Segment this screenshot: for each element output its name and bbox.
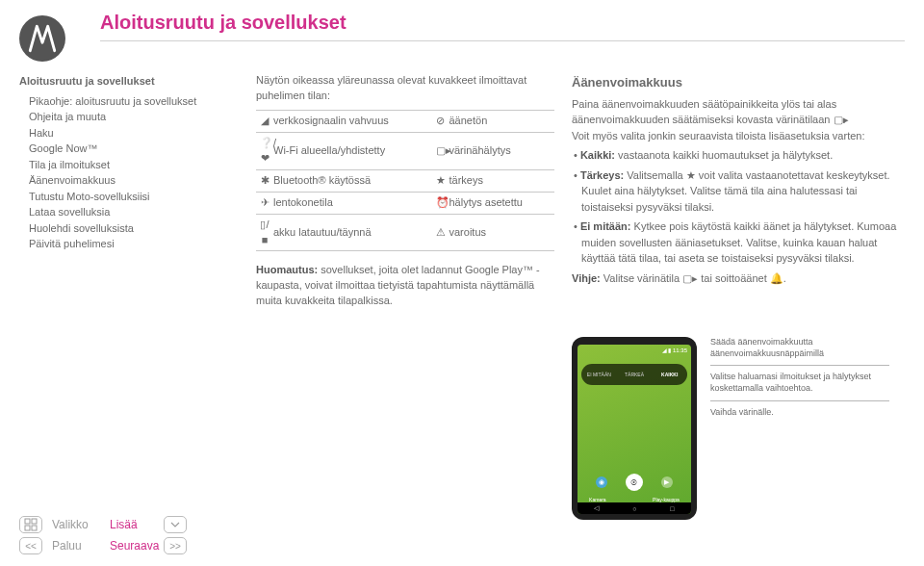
callout-volume: Säädä äänenvoimakkuutta äänenvoimakkuusn… <box>710 337 889 365</box>
sidebar-item[interactable]: Ohjeita ja muuta <box>19 109 243 125</box>
alarm-icon: ⏰ <box>436 195 446 211</box>
cell-label: värinähälytys <box>449 132 555 169</box>
motorola-icon <box>26 22 59 55</box>
warning-icon: ⚠ <box>436 225 446 241</box>
svg-rect-2 <box>25 526 30 530</box>
svg-rect-0 <box>25 519 30 524</box>
column-status-icons: Näytön oikeassa yläreunassa olevat kuvak… <box>256 73 554 309</box>
phone-statusbar: ◢ ▮ 11:35 <box>662 347 687 353</box>
menu-icon-button[interactable] <box>19 516 42 533</box>
mute-icon: ⊘ <box>436 114 446 129</box>
moto-logo <box>19 15 65 62</box>
bullet-all: Kaikki: vastaanota kaikki huomautukset j… <box>572 147 905 164</box>
phone-mockup: ◢ ▮ 11:35 EI MITÄÄN TÄRKEÄ KAIKKI ◉ ⦿ ▶ … <box>572 337 697 520</box>
vibrate-icon: ▢▸ <box>436 143 446 159</box>
vol-mode-all[interactable]: KAIKKI <box>652 372 687 377</box>
sidebar-item[interactable]: Tutustu Moto-sovelluksiisi <box>19 189 243 205</box>
app-drawer-icon[interactable]: ⦿ <box>626 474 643 491</box>
svg-rect-3 <box>32 526 37 530</box>
sidebar-item[interactable]: Äänenvoimakkuus <box>19 172 243 189</box>
cell-label: Bluetooth® käytössä <box>273 169 432 192</box>
nav-more-label[interactable]: Lisää <box>110 518 154 531</box>
volume-mode-bar: EI MITÄÄN TÄRKEÄ KAIKKI <box>581 364 687 385</box>
cell-label: akku latautuu/täynnä <box>273 214 432 251</box>
vol-mode-priority[interactable]: TÄRKEÄ <box>617 372 653 377</box>
play-store-icon[interactable]: ▶ <box>661 476 673 488</box>
vibrate-icon: ▢▸ <box>834 112 843 128</box>
cell-label: äänetön <box>449 110 555 132</box>
sidebar-item[interactable]: Päivitä puhelimesi <box>19 236 243 252</box>
cell-label: Wi-Fi alueella/yhdistetty <box>273 132 432 169</box>
status-icon-table: ◢ verkkosignaalin vahvuus ⊘ äänetön ❔/❤ … <box>256 110 554 252</box>
svg-rect-1 <box>32 519 37 524</box>
wifi-icon: ❔/❤ <box>260 136 270 167</box>
phone-dock: ◉ ⦿ ▶ <box>578 476 691 491</box>
volume-p1: Paina äänenvoimakkuuden säätöpainikkeita… <box>572 96 905 128</box>
phone-callouts: Säädä äänenvoimakkuutta äänenvoimakkuusn… <box>710 337 889 520</box>
next-page-button[interactable]: >> <box>164 537 187 554</box>
cell-label: lentokonetila <box>273 192 432 214</box>
volume-tip: Vihje: Valitse värinätila ▢▸ tai soittoä… <box>572 270 905 287</box>
status-intro: Näytön oikeassa yläreunassa olevat kuvak… <box>256 73 554 104</box>
cell-label: verkkosignaalin vahvuus <box>273 110 432 132</box>
callout-vibrate: Vaihda värinälle. <box>710 400 889 424</box>
callout-notifications: Valitse haluamasi ilmoitukset ja hälytyk… <box>710 365 889 399</box>
sidebar-item[interactable]: Huolehdi sovelluksista <box>19 220 243 237</box>
prev-page-button[interactable]: << <box>19 537 42 554</box>
bluetooth-icon: ✱ <box>260 173 270 189</box>
cell-label: varoitus <box>449 214 555 251</box>
camera-app-icon[interactable]: ◉ <box>596 476 607 488</box>
nav-recent-icon[interactable]: □ <box>670 505 674 512</box>
phone-navbar: ◁ ○ □ <box>578 502 691 514</box>
more-dropdown-button[interactable] <box>164 516 187 533</box>
star-icon: ★ <box>436 173 446 189</box>
sidebar-item[interactable]: Lataa sovelluksia <box>19 204 243 220</box>
bullet-priority: Tärkeys: Valitsemalla ★ voit valita vast… <box>572 167 905 216</box>
sidebar-section-title: Aloitusruutu ja sovellukset <box>19 73 243 90</box>
nav-back-icon[interactable]: ◁ <box>594 504 599 512</box>
bullet-none: Ei mitään: Kytkee pois käytöstä kaikki ä… <box>572 219 905 267</box>
sidebar-item[interactable]: Pikaohje: aloitusruutu ja sovellukset <box>19 93 243 110</box>
page-title: Aloitusruutu ja sovellukset <box>100 12 346 34</box>
title-divider <box>100 40 905 41</box>
volume-heading: Äänenvoimakkuus <box>572 73 905 92</box>
cell-label: hälytys asetettu <box>449 192 555 214</box>
sidebar-item[interactable]: Tila ja ilmoitukset <box>19 157 243 173</box>
vol-mode-none[interactable]: EI MITÄÄN <box>581 372 617 377</box>
nav-back-label[interactable]: Paluu <box>52 539 100 553</box>
status-note: Huomautus: sovellukset, joita olet ladan… <box>256 263 554 309</box>
sidebar-item[interactable]: Haku <box>19 125 243 142</box>
sidebar-item[interactable]: Google Now™ <box>19 141 243 157</box>
phone-illustration-area: ◢ ▮ 11:35 EI MITÄÄN TÄRKEÄ KAIKKI ◉ ⦿ ▶ … <box>572 337 889 520</box>
battery-icon: ▯/■ <box>260 218 270 248</box>
nav-home-icon[interactable]: ○ <box>632 505 636 512</box>
nav-menu-label[interactable]: Valikko <box>52 518 100 531</box>
phone-screen: ◢ ▮ 11:35 EI MITÄÄN TÄRKEÄ KAIKKI ◉ ⦿ ▶ … <box>578 345 691 514</box>
sidebar: Aloitusruutu ja sovellukset Pikaohje: al… <box>19 73 243 252</box>
volume-p2: Voit myös valita jonkin seuraavista tilo… <box>572 128 905 144</box>
cell-label: tärkeys <box>449 169 555 192</box>
note-prefix: Huomautus: <box>256 264 318 275</box>
column-volume: Äänenvoimakkuus Paina äänenvoimakkuuden … <box>572 73 905 286</box>
nav-next-label[interactable]: Seuraava <box>110 539 154 553</box>
airplane-icon: ✈ <box>260 195 270 211</box>
page-footer-nav: Valikko Lisää << Paluu Seuraava >> <box>19 516 187 554</box>
signal-icon: ◢ <box>260 114 270 129</box>
